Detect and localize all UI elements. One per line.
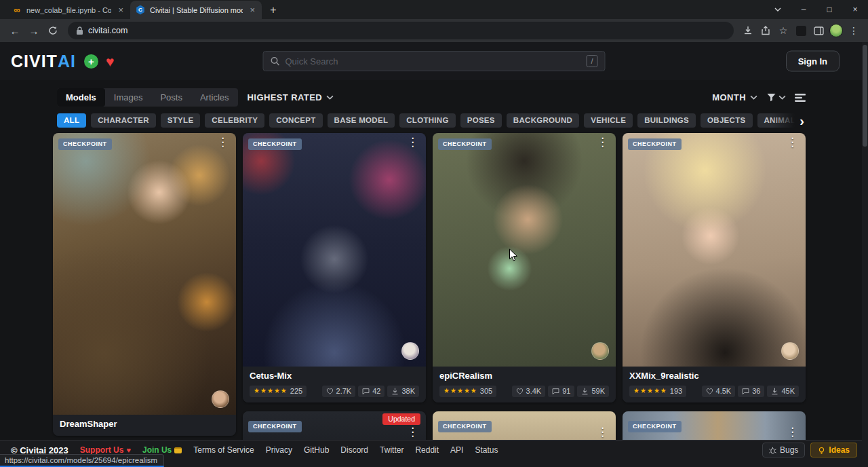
card-menu-button[interactable]: ⋮ — [592, 425, 613, 439]
category-chip[interactable]: BACKGROUND — [507, 113, 579, 128]
category-chip[interactable]: CELEBRITY — [205, 113, 264, 128]
comments-chip[interactable]: 42 — [358, 386, 384, 397]
profile-avatar[interactable] — [827, 22, 845, 39]
creator-avatar[interactable] — [401, 342, 419, 360]
model-stats: ★★★★★ 193 4.5K 36 — [629, 386, 799, 397]
tab-posts[interactable]: Posts — [151, 88, 191, 107]
comments-count: 91 — [562, 388, 570, 395]
extension-icon[interactable] — [792, 22, 810, 39]
forward-button[interactable]: → — [24, 21, 43, 40]
model-preview-image: CHECKPOINT ⋮ — [53, 133, 236, 415]
model-preview-image: CHECKPOINT ⋮ — [623, 133, 806, 367]
likes-chip[interactable]: 4.5K — [702, 386, 736, 397]
creator-avatar[interactable] — [781, 342, 799, 360]
downloads-chip[interactable]: 38K — [387, 386, 419, 397]
refresh-button[interactable] — [43, 21, 62, 40]
new-tab-button[interactable]: + — [264, 1, 282, 19]
category-chip[interactable]: STYLE — [161, 113, 201, 128]
category-chip[interactable]: BASE MODEL — [328, 113, 395, 128]
likes-chip[interactable]: 2.7K — [322, 386, 356, 397]
category-chip[interactable]: CHARACTER — [91, 113, 156, 128]
category-chip[interactable]: VEHICLE — [584, 113, 633, 128]
back-button[interactable]: ← — [5, 21, 24, 40]
card-menu-button[interactable]: ⋮ — [212, 135, 233, 149]
footer-link-reddit[interactable]: Reddit — [415, 445, 439, 455]
download-icon — [391, 388, 399, 395]
quick-search[interactable]: / — [263, 51, 606, 71]
card-menu-button[interactable]: ⋮ — [782, 135, 803, 149]
card-menu-button[interactable]: ⋮ — [782, 425, 803, 439]
sign-in-button[interactable]: Sign In — [786, 51, 840, 72]
browser-tab-civitai[interactable]: C Civitai | Stable Diffusion models, × — [130, 1, 262, 19]
footer-link-api[interactable]: API — [450, 445, 463, 455]
tab-close-icon[interactable]: × — [115, 5, 126, 15]
filter-button[interactable] — [766, 92, 786, 102]
rating-chip[interactable]: ★★★★★ 225 — [250, 386, 307, 397]
category-chip[interactable]: POSES — [460, 113, 502, 128]
site-header: CIVITAI + ♥ / Sign In — [0, 42, 868, 80]
footer-link-twitter[interactable]: Twitter — [380, 445, 403, 455]
card-menu-button[interactable]: ⋮ — [402, 135, 423, 149]
scrollbar-thumb[interactable] — [863, 45, 867, 147]
card-menu-button[interactable]: ⋮ — [592, 135, 613, 149]
heart-icon — [326, 388, 334, 395]
comments-chip[interactable]: 36 — [738, 386, 764, 397]
footer-link-terms[interactable]: Terms of Service — [193, 445, 254, 455]
footer-link-support-us[interactable]: Support Us♥ — [80, 445, 131, 455]
model-card-cetus-mix[interactable]: CHECKPOINT ⋮ Cetus-Mix ★★★★★ 225 — [243, 133, 426, 403]
browser-menu-icon[interactable]: ⋮ — [845, 22, 863, 39]
downloads-chip[interactable]: 45K — [767, 386, 799, 397]
category-chip[interactable]: CONCEPT — [269, 113, 322, 128]
categories-scroll-right-button[interactable]: › — [772, 112, 807, 129]
bugs-button[interactable]: Bugs — [762, 443, 805, 457]
tab-close-icon[interactable]: × — [247, 5, 258, 15]
heart-icon — [516, 388, 524, 395]
category-chip[interactable]: BUILDINGS — [637, 113, 696, 128]
search-shortcut-kbd: / — [586, 55, 597, 67]
side-panel-icon[interactable] — [810, 22, 827, 39]
model-card-dreamshaper[interactable]: CHECKPOINT ⋮ DreamShaper — [53, 133, 236, 436]
downloads-chip[interactable]: 59K — [577, 386, 609, 397]
footer-link-join-us[interactable]: Join Us — [142, 445, 182, 455]
rating-chip[interactable]: ★★★★★ 193 — [629, 386, 686, 397]
tab-title: Civitai | Stable Diffusion models, — [150, 6, 243, 14]
footer-link-privacy[interactable]: Privacy — [266, 445, 292, 455]
tab-articles[interactable]: Articles — [191, 88, 238, 107]
page-scrollbar[interactable] — [862, 42, 868, 467]
tab-search-icon[interactable] — [765, 0, 791, 19]
creator-avatar[interactable] — [212, 390, 229, 408]
tab-images[interactable]: Images — [105, 88, 152, 107]
category-chip[interactable]: OBJECTS — [701, 113, 752, 128]
comments-chip[interactable]: 91 — [548, 386, 574, 397]
creator-avatar[interactable] — [591, 342, 609, 360]
bug-icon — [769, 447, 776, 454]
save-page-icon[interactable] — [739, 22, 757, 39]
bookmark-star-icon[interactable]: ☆ — [774, 22, 792, 39]
category-chip-all[interactable]: ALL — [57, 113, 86, 128]
period-select[interactable]: MONTH — [712, 92, 757, 102]
category-chip[interactable]: CLOTHING — [399, 113, 455, 128]
likes-chip[interactable]: 3.4K — [512, 386, 546, 397]
ideas-button[interactable]: Ideas — [810, 443, 857, 457]
minimize-button[interactable]: – — [791, 0, 816, 19]
funnel-icon — [766, 92, 776, 102]
footer-link-discord[interactable]: Discord — [340, 445, 368, 455]
tab-models[interactable]: Models — [57, 88, 105, 107]
model-card-epicrealism[interactable]: CHECKPOINT ⋮ epiCRealism ★★★★★ 305 — [433, 133, 616, 403]
close-button[interactable]: × — [842, 0, 868, 19]
share-icon[interactable] — [757, 22, 774, 39]
footer-link-github[interactable]: GitHub — [304, 445, 329, 455]
address-bar[interactable]: civitai.com — [68, 22, 734, 39]
model-card-xxmix9realistic[interactable]: CHECKPOINT ⋮ XXMix_9realistic ★★★★★ 193 — [623, 133, 806, 403]
sort-select[interactable]: HIGHEST RATED — [248, 92, 334, 102]
layout-toggle-button[interactable] — [795, 93, 806, 102]
card-menu-button[interactable]: ⋮ — [402, 425, 423, 439]
maximize-button[interactable]: □ — [816, 0, 842, 19]
browser-tab-colab[interactable]: ∞ new_colab_file.ipynb - Colaborat × — [7, 1, 130, 19]
support-heart-icon[interactable]: ♥ — [106, 54, 114, 69]
civitai-logo[interactable]: CIVITAI — [11, 53, 76, 70]
search-input[interactable] — [285, 56, 581, 67]
create-plus-button[interactable]: + — [84, 54, 98, 69]
footer-link-status[interactable]: Status — [475, 445, 498, 455]
rating-chip[interactable]: ★★★★★ 305 — [439, 386, 496, 397]
